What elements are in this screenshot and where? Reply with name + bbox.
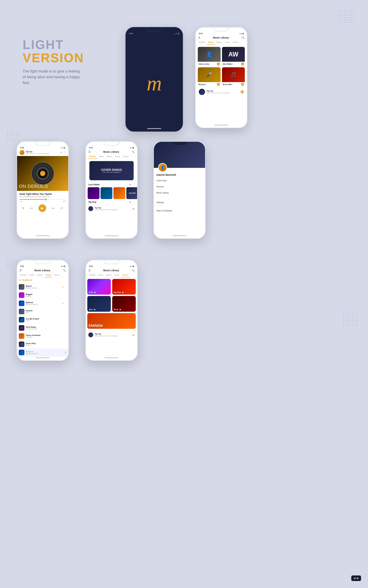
menu-icon[interactable]: ☰ bbox=[88, 269, 91, 272]
song-item-gods-plan[interactable]: 🎵 God's Plan Drake ♡ ⋮ bbox=[17, 340, 68, 348]
shuffle-all-row[interactable]: ⇄ Shuffle All bbox=[17, 278, 68, 283]
tab-albums[interactable]: Albums bbox=[36, 273, 44, 277]
album-2[interactable] bbox=[101, 187, 112, 199]
genre-hiphop-play[interactable]: ▶ bbox=[122, 291, 124, 294]
genre-rock-play[interactable]: ▶ bbox=[120, 308, 121, 311]
progress-track[interactable] bbox=[19, 199, 66, 200]
play-hiphop-button[interactable]: ▶ bbox=[130, 201, 131, 203]
tab-albums[interactable]: Albums bbox=[105, 154, 114, 159]
genre-rock[interactable]: Rock ▶ bbox=[112, 296, 136, 312]
sidebar-item-listen-now[interactable]: Listen Now bbox=[154, 178, 205, 184]
search-icon[interactable]: 🔍 bbox=[132, 150, 135, 153]
song-item-church[interactable]: 🎵 Church Plan ♡ ⋮ bbox=[17, 308, 68, 316]
genres-tiptoe-play[interactable]: ▶ bbox=[133, 334, 135, 336]
more-button[interactable]: ⋮ bbox=[64, 294, 66, 296]
song-item-beggin[interactable]: 🎵 Beggin' Madilyn ♡ ⋮ bbox=[17, 291, 68, 299]
like-button[interactable]: ♡ bbox=[62, 310, 64, 313]
song-item-dirty-diana[interactable]: 🎵 Dirty Diana Michael Jackson ♡ ⋮ bbox=[17, 324, 68, 332]
genre-edm-play[interactable]: ▶ bbox=[94, 291, 96, 294]
album-1[interactable] bbox=[88, 187, 100, 199]
like-button[interactable]: ♡ bbox=[62, 343, 64, 345]
pause-button[interactable]: ⏸ bbox=[64, 351, 66, 354]
like-button[interactable]: ♥ bbox=[62, 302, 64, 305]
more-button[interactable]: ⋮ bbox=[64, 310, 66, 313]
tab-genres[interactable]: Genres bbox=[121, 154, 130, 159]
tiptoe-play-button[interactable]: ▶ bbox=[133, 207, 135, 210]
like-button[interactable]: ♥ bbox=[62, 286, 64, 288]
menu-icon[interactable]: ☰ bbox=[198, 36, 200, 39]
tab-artists[interactable]: Artists bbox=[97, 273, 105, 277]
like-button[interactable]: ♡ bbox=[62, 294, 64, 296]
artist-card-tiptoe[interactable]: Tip Toe Jason Derulo Ft. French Montana … bbox=[198, 88, 245, 96]
progress-bar[interactable] bbox=[17, 199, 68, 200]
more-button[interactable]: ⋮ bbox=[64, 335, 66, 337]
tab-playlists[interactable]: Playlists bbox=[88, 154, 98, 159]
tab-songs[interactable]: Songs bbox=[44, 273, 52, 277]
previous-button[interactable]: ⏮ bbox=[30, 206, 33, 210]
play-button-adam[interactable]: ▶ bbox=[217, 62, 220, 65]
next-button[interactable]: ⏭ bbox=[52, 206, 55, 210]
more-button[interactable]: ⋮ bbox=[64, 318, 66, 321]
tab-songs[interactable]: Songs bbox=[114, 154, 121, 159]
genres-tip-toe-row[interactable]: Tip Toe Jason Derulo Ft. French Montana … bbox=[86, 331, 137, 339]
sidebar-item-recents[interactable]: Recents bbox=[154, 184, 205, 190]
tab-albums[interactable]: Albums bbox=[215, 40, 223, 45]
like-button[interactable]: ♡ bbox=[62, 318, 64, 321]
like-button[interactable]: ♡ bbox=[62, 327, 64, 329]
song-item-believer[interactable]: 🎵 Believer Imagine Dragons ♥ ⋮ bbox=[17, 299, 68, 308]
tab-artists[interactable]: Artists bbox=[98, 154, 105, 159]
more-button[interactable]: ⋮ bbox=[64, 286, 66, 288]
menu-icon[interactable]: ☰ bbox=[19, 269, 22, 272]
play-button-walker[interactable]: ▶ bbox=[241, 62, 244, 65]
artist-card-bruno[interactable]: 🎵 Bruno Mars ▶ bbox=[222, 67, 245, 86]
more-section-button[interactable]: ⋮ bbox=[133, 183, 135, 186]
like-button[interactable]: ♥ bbox=[22, 206, 24, 210]
shuffle-button[interactable]: ⇄ bbox=[60, 206, 63, 210]
tab-albums[interactable]: Albums bbox=[104, 273, 113, 277]
play-pause-button[interactable]: ▶ bbox=[38, 204, 46, 212]
tab-playlists[interactable]: Playlists bbox=[197, 40, 207, 45]
sidebar-item-music-library[interactable]: Music Library bbox=[154, 190, 205, 196]
tab-songs[interactable]: Songs bbox=[113, 273, 121, 277]
album-3[interactable] bbox=[113, 187, 125, 199]
search-icon[interactable]: 🔍 bbox=[63, 269, 66, 272]
genre-edm[interactable]: EDM ▶ bbox=[87, 279, 111, 295]
sidebar-item-settings[interactable]: Settings bbox=[154, 199, 205, 205]
play-section-button[interactable]: ▶ bbox=[130, 183, 131, 186]
sidebar-item-help[interactable]: Help & Feedback bbox=[154, 209, 205, 214]
tab-songs[interactable]: Songs bbox=[224, 40, 231, 45]
genre-hiphop[interactable]: Hip Hop ▶ bbox=[112, 279, 136, 295]
artist-card-adam[interactable]: 👤 Adam Levine ▶ bbox=[198, 47, 221, 66]
song-item-believer-playing[interactable]: 🎵 Believer Imagine Dragons ⏸ bbox=[17, 348, 68, 357]
tab-genres[interactable]: Genres bbox=[231, 40, 240, 45]
tab-playlists[interactable]: Playlists bbox=[19, 273, 28, 277]
more-button[interactable]: ⋮ bbox=[64, 327, 66, 329]
like-button[interactable]: ♡ bbox=[62, 335, 64, 337]
song-item-fancy-footwork[interactable]: 🎵 Fancy Footwork Chromeo ♡ ⋮ bbox=[17, 332, 68, 340]
play-button-bruno[interactable]: ▶ bbox=[241, 83, 244, 86]
more-icon[interactable]: ⋮ bbox=[64, 151, 66, 154]
song-item-beat-it[interactable]: 🎵 Beat It Michael Jackson ♥ ⋮ bbox=[17, 283, 68, 291]
tab-playlists[interactable]: Playlists bbox=[88, 273, 97, 277]
genre-jazz[interactable]: Jazz ▶ bbox=[87, 296, 111, 312]
album-header[interactable]: HEADER bbox=[126, 187, 138, 199]
genre-jazz-play[interactable]: ▶ bbox=[94, 308, 96, 311]
search-icon[interactable]: 🔍 bbox=[132, 269, 135, 272]
search-icon[interactable]: 🔍 bbox=[241, 36, 244, 39]
tab-genres[interactable]: Genres bbox=[52, 273, 61, 277]
play-button-tiptoe[interactable]: ▶ bbox=[241, 90, 244, 93]
featured-playlist[interactable]: COVER SONGS THAT TOP THE ORIGINALS bbox=[89, 161, 134, 180]
tip-toe-row[interactable]: Tip Toe Jason Derulo Ft. French Montana … bbox=[86, 205, 137, 213]
menu-icon[interactable]: ☰ bbox=[88, 150, 91, 153]
genre-eminem[interactable]: EMINEM bbox=[87, 313, 136, 329]
artist-card-beyonce[interactable]: 🎤 Beyonce ▶ bbox=[198, 67, 221, 86]
artist-card-walker[interactable]: AW Alan Walker ▶ bbox=[222, 47, 245, 66]
more-button[interactable]: ⋮ bbox=[64, 302, 66, 305]
list-icon[interactable]: ≡ bbox=[61, 151, 62, 154]
play-button-beyonce[interactable]: ▶ bbox=[217, 83, 220, 86]
more-button[interactable]: ⋮ bbox=[64, 343, 66, 345]
more-hiphop-button[interactable]: ⋮ bbox=[133, 201, 135, 203]
tab-artists[interactable]: Artists bbox=[207, 40, 215, 45]
tab-genres[interactable]: Genres bbox=[121, 273, 129, 277]
tab-artists[interactable]: Artists bbox=[28, 273, 36, 277]
